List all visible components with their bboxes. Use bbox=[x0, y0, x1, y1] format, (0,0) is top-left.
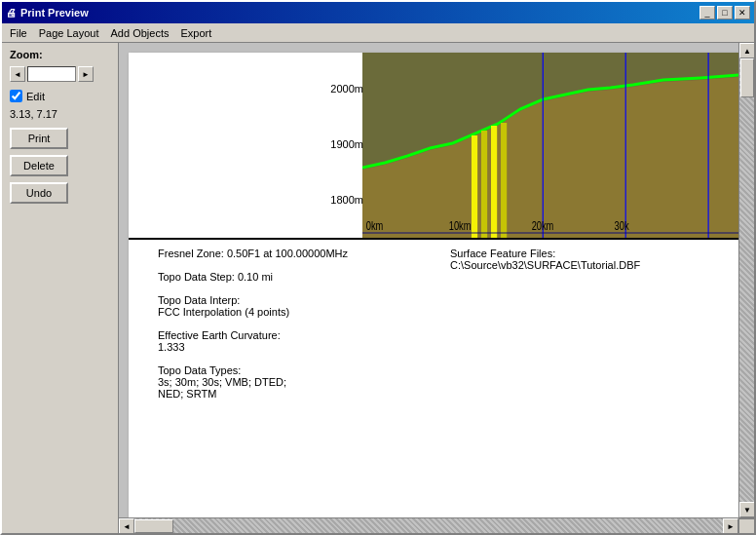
svg-text:0km: 0km bbox=[366, 219, 384, 232]
scroll-h-track[interactable] bbox=[134, 518, 723, 533]
effective-curvature-text: Effective Earth Curvature: 1.333 bbox=[158, 329, 411, 353]
svg-rect-3 bbox=[481, 131, 487, 238]
surface-feature-path: C:\Source\vb32\SURFACE\Tutorial.DBF bbox=[450, 259, 729, 271]
print-button[interactable]: Print bbox=[10, 128, 68, 149]
title-buttons: _ □ ✕ bbox=[699, 6, 750, 19]
menu-export[interactable]: Export bbox=[174, 25, 217, 41]
scrollbar-corner bbox=[738, 518, 754, 533]
svg-rect-5 bbox=[501, 123, 507, 238]
chart-svg: 0km 10km 20km 30k bbox=[362, 53, 738, 238]
svg-rect-2 bbox=[472, 135, 477, 238]
scroll-left-button[interactable]: ◄ bbox=[119, 518, 134, 533]
topo-types-value2: NED; SRTM bbox=[158, 388, 411, 400]
zoom-right-arrow[interactable]: ► bbox=[78, 66, 94, 82]
horizontal-scrollbar-container: ◄ ► bbox=[119, 517, 754, 533]
topo-interp-value: FCC Interpolation (4 points) bbox=[158, 306, 411, 318]
topo-types-value: 3s; 30m; 30s; VMB; DTED; bbox=[158, 376, 411, 388]
scroll-right-button[interactable]: ► bbox=[723, 518, 738, 533]
paper-document: 0km 10km 20km 30k 2000m 1900m 1800m bbox=[129, 53, 738, 517]
y-label-2000: 2000m bbox=[319, 83, 367, 95]
preview-area: 0km 10km 20km 30k 2000m 1900m 1800m bbox=[119, 43, 754, 533]
menu-add-objects[interactable]: Add Objects bbox=[105, 25, 175, 41]
main-area: Zoom: ◄ ► Edit 3.13, 7.17 Print Delete U… bbox=[2, 43, 754, 533]
close-button[interactable]: ✕ bbox=[735, 6, 750, 19]
menu-bar: File Page Layout Add Objects Export bbox=[2, 23, 754, 43]
svg-text:30k: 30k bbox=[615, 219, 629, 232]
edit-label: Edit bbox=[26, 91, 45, 102]
scroll-v-thumb[interactable] bbox=[740, 58, 754, 97]
surface-feature-text: Surface Feature Files: C:\Source\vb32\SU… bbox=[450, 248, 729, 271]
window-icon: 🖨 bbox=[6, 7, 17, 19]
topo-interp-label: Topo Data Interp: bbox=[158, 294, 411, 306]
chart-bottom-line bbox=[129, 238, 738, 240]
menu-file[interactable]: File bbox=[4, 25, 33, 41]
delete-button[interactable]: Delete bbox=[10, 155, 68, 176]
y-axis-labels: 2000m 1900m 1800m bbox=[319, 53, 367, 238]
scroll-v-track[interactable] bbox=[739, 58, 754, 502]
title-bar: 🖨 Print Preview _ □ ✕ bbox=[2, 2, 754, 23]
menu-page-layout[interactable]: Page Layout bbox=[33, 25, 105, 41]
effective-curvature-label: Effective Earth Curvature: bbox=[158, 329, 411, 341]
minimize-button[interactable]: _ bbox=[699, 6, 715, 19]
scroll-h-thumb[interactable] bbox=[134, 519, 173, 533]
zoom-left-arrow[interactable]: ◄ bbox=[10, 66, 25, 82]
y-label-1800: 1800m bbox=[319, 194, 367, 206]
fresnel-zone-text: Fresnel Zone: 0.50F1 at 100.00000MHz bbox=[158, 248, 411, 259]
topo-types-text: Topo Data Types: 3s; 30m; 30s; VMB; DTED… bbox=[158, 364, 411, 400]
main-window: 🖨 Print Preview _ □ ✕ File Page Layout A… bbox=[0, 0, 756, 535]
y-label-1900: 1900m bbox=[319, 138, 367, 150]
preview-scroll-area: 0km 10km 20km 30k 2000m 1900m 1800m bbox=[119, 43, 754, 517]
scroll-down-button[interactable]: ▼ bbox=[739, 502, 754, 517]
scroll-up-button[interactable]: ▲ bbox=[739, 43, 754, 58]
maximize-button[interactable]: □ bbox=[717, 6, 733, 19]
text-content-left: Fresnel Zone: 0.50F1 at 100.00000MHz Top… bbox=[158, 248, 411, 411]
text-content-right: Surface Feature Files: C:\Source\vb32\SU… bbox=[450, 248, 729, 283]
topo-step-text: Topo Data Step: 0.10 mi bbox=[158, 271, 411, 283]
coords-display: 3.13, 7.17 bbox=[10, 108, 110, 120]
zoom-input[interactable] bbox=[27, 66, 76, 82]
effective-curvature-value: 1.333 bbox=[158, 341, 411, 353]
edit-checkbox[interactable] bbox=[10, 90, 22, 102]
svg-rect-4 bbox=[491, 126, 497, 238]
surface-feature-label: Surface Feature Files: bbox=[450, 248, 729, 259]
horizontal-scrollbar[interactable]: ◄ ► bbox=[119, 518, 738, 533]
topo-interp-text: Topo Data Interp: FCC Interpolation (4 p… bbox=[158, 294, 411, 318]
svg-text:20km: 20km bbox=[532, 219, 554, 232]
window-title: Print Preview bbox=[20, 7, 89, 19]
chart-area: 0km 10km 20km 30k bbox=[362, 53, 738, 238]
edit-checkbox-row: Edit bbox=[10, 90, 110, 102]
left-panel: Zoom: ◄ ► Edit 3.13, 7.17 Print Delete U… bbox=[2, 43, 119, 533]
zoom-control: ◄ ► bbox=[10, 66, 110, 82]
undo-button[interactable]: Undo bbox=[10, 182, 68, 204]
svg-text:10km: 10km bbox=[449, 219, 472, 232]
preview-content: 0km 10km 20km 30k 2000m 1900m 1800m bbox=[119, 43, 738, 517]
vertical-scrollbar[interactable]: ▲ ▼ bbox=[738, 43, 754, 517]
zoom-label: Zoom: bbox=[10, 49, 110, 60]
topo-types-label: Topo Data Types: bbox=[158, 364, 411, 376]
